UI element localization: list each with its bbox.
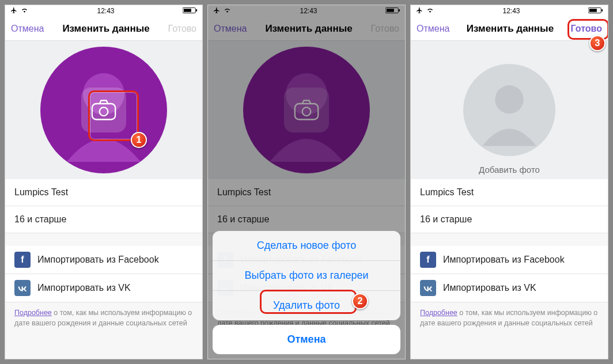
- status-bar: 12:43: [411, 5, 608, 17]
- clock: 12:43: [97, 7, 114, 15]
- phone-screen-3: 12:43 Отмена Изменить данные Готово Доба…: [410, 5, 608, 359]
- import-facebook-label: Импортировать из Facebook: [37, 255, 159, 265]
- clock: 12:43: [502, 7, 520, 15]
- done-button[interactable]: Готово: [168, 24, 196, 34]
- facebook-icon: f: [420, 252, 436, 268]
- import-facebook-label: Импортировать из Facebook: [443, 255, 565, 265]
- import-vk[interactable]: Импортировать из VK: [5, 274, 202, 302]
- airplane-icon: [415, 7, 423, 16]
- phone-screen-2: 12:43 Отмена Изменить данные Готово Lump…: [207, 5, 406, 359]
- svg-rect-2: [196, 9, 197, 12]
- fields: Lumpics Test 16 и старше: [411, 179, 608, 233]
- sheet-choose-photo[interactable]: Выбрать фото из галереи: [213, 261, 400, 291]
- import-vk[interactable]: Импортировать из VK: [411, 274, 608, 302]
- page-title: Изменить данные: [467, 23, 554, 35]
- import-vk-label: Импортировать из VK: [37, 283, 131, 293]
- empty-avatar: [463, 64, 555, 156]
- cancel-button[interactable]: Отмена: [417, 24, 449, 34]
- nav-header: Отмена Изменить данные Готово: [411, 17, 608, 41]
- wifi-icon: [20, 7, 29, 16]
- silhouette-icon: [472, 73, 547, 147]
- page-title: Изменить данные: [62, 23, 149, 35]
- social-section: f Импортировать из Facebook Импортироват…: [411, 246, 608, 302]
- status-bar: 12:43: [5, 5, 202, 17]
- sheet-options: Сделать новое фото Выбрать фото из галер…: [213, 231, 400, 320]
- age-field[interactable]: 16 и старше: [5, 206, 202, 233]
- import-facebook[interactable]: f Импортировать из Facebook: [5, 246, 202, 274]
- import-facebook[interactable]: f Импортировать из Facebook: [411, 246, 608, 274]
- change-photo-button[interactable]: [81, 88, 126, 132]
- social-section: f Импортировать из Facebook Импортироват…: [5, 246, 202, 302]
- photo-action-sheet: Сделать новое фото Выбрать фото из галер…: [213, 231, 400, 354]
- vk-icon: [14, 280, 31, 296]
- nav-header: Отмена Изменить данные Готово: [5, 17, 202, 41]
- import-vk-label: Импортировать из VK: [443, 283, 536, 293]
- avatar-circle[interactable]: [40, 47, 167, 173]
- cancel-button[interactable]: Отмена: [11, 24, 44, 34]
- airplane-icon: [10, 7, 18, 16]
- facebook-icon: f: [14, 252, 31, 268]
- sheet-take-photo[interactable]: Сделать новое фото: [213, 231, 400, 261]
- svg-point-5: [100, 107, 108, 116]
- name-field[interactable]: Lumpics Test: [411, 179, 608, 206]
- svg-rect-4: [92, 104, 115, 120]
- avatar-area[interactable]: Добавить фото: [411, 41, 608, 179]
- learn-more-link[interactable]: Подробнее: [420, 309, 457, 317]
- svg-rect-1: [184, 9, 191, 12]
- phone-screen-1: 12:43 Отмена Изменить данные Готово: [5, 5, 203, 359]
- name-field[interactable]: Lumpics Test: [5, 179, 202, 206]
- camera-icon: [91, 98, 116, 122]
- vk-icon: [420, 280, 436, 296]
- svg-point-15: [495, 85, 523, 113]
- learn-more-link[interactable]: Подробнее: [14, 309, 52, 317]
- add-photo-label: Добавить фото: [411, 165, 608, 175]
- svg-rect-13: [589, 9, 597, 12]
- footer-note: Подробнее о том, как мы используем инфор…: [5, 302, 202, 328]
- fields: Lumpics Test 16 и старше: [5, 179, 202, 233]
- sheet-cancel[interactable]: Отмена: [213, 325, 400, 354]
- age-field[interactable]: 16 и старше: [411, 206, 608, 233]
- battery-icon: [588, 7, 603, 16]
- footer-note: Подробнее о том, как мы используем инфор…: [411, 302, 608, 328]
- avatar-area: [5, 41, 202, 179]
- battery-icon: [183, 7, 198, 16]
- wifi-icon: [426, 7, 434, 16]
- done-button[interactable]: Готово: [571, 24, 602, 34]
- svg-rect-14: [601, 9, 603, 12]
- sheet-delete-photo[interactable]: Удалить фото: [213, 291, 400, 320]
